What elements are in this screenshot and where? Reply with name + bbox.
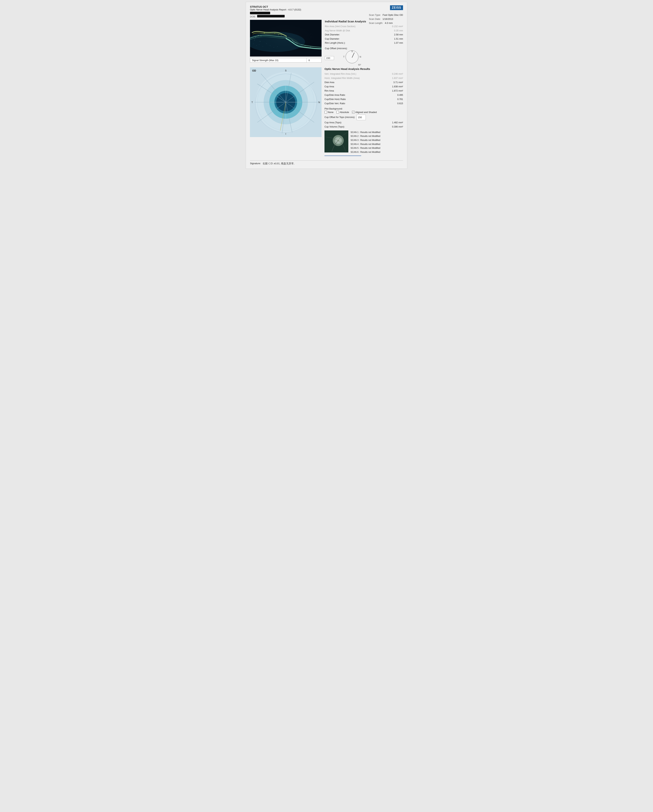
analysis-label: Avg Nerve Width @ Disk (325, 29, 350, 33)
cup-offset-topo-row: Cup Offset for Topo (microns): 150 (324, 114, 403, 120)
compass-angle: 60° (343, 64, 361, 66)
result-row: Disk Area 3.71 mm² (324, 80, 403, 85)
scan-length-label: Scan Length: (369, 21, 383, 25)
absolute-label: Absolute (340, 111, 349, 114)
fundus-image (324, 130, 348, 153)
compass-needle (352, 52, 355, 58)
result-value: 3.71 mm² (393, 80, 403, 85)
result-row: Cup Area 1.838 mm² (324, 85, 403, 89)
result-row: Cup/Disk Horiz Ratio 0.781 (324, 97, 403, 101)
signature-label: Signature: (250, 162, 261, 165)
analysis-value: 2.58 mm (394, 33, 403, 37)
result-row: Vert. Integrated Rim Area (Vol.) 0.246 m… (324, 72, 403, 76)
scan-result-item: SCAN 3 : Results not Modified (350, 138, 380, 142)
result-label: Cup/Disk Horiz Ratio (324, 97, 346, 101)
svg-point-20 (270, 45, 270, 46)
result-label: Rim Area (324, 89, 334, 93)
svg-point-16 (256, 45, 257, 46)
analysis-label: Rim Area (Vert.Cross Section) (325, 24, 355, 29)
result-value: 1.838 mm² (392, 85, 403, 89)
individual-analysis-row: Disk Diameter: 2.58 mm (325, 33, 403, 37)
result-value: 1.872 mm² (392, 89, 403, 93)
fundus-scan-section: SCAN 1 : Results not ModifiedSCAN 2 : Re… (324, 130, 403, 154)
scan-results-list: SCAN 1 : Results not ModifiedSCAN 2 : Re… (350, 130, 380, 154)
individual-analysis-panel: Individual Radial Scan Analysis Rim Area… (325, 20, 403, 66)
none-checkbox[interactable] (324, 111, 327, 113)
individual-analysis-rows: Rim Area (Vert.Cross Section) 0.152 mm² … (325, 24, 403, 45)
svg-point-19 (266, 43, 267, 44)
cup-volume-topo-value: 0.306 mm³ (392, 125, 403, 129)
compass-circle: S (346, 50, 358, 63)
result-label: Cup/Disk Area Ratio (324, 93, 345, 97)
od-i-label: I (285, 133, 286, 135)
result-value: 0.781 (398, 97, 403, 101)
header: STRATUS OCT Optic Nerve Head Analysis Re… (250, 5, 403, 11)
plot-bg-label: Plot Background: (324, 107, 403, 110)
svg-point-15 (254, 43, 254, 44)
signature-text: 右眼 C/D ∧0.81, 视盘无异常. (263, 162, 294, 165)
compass: T S N 60° (343, 50, 361, 66)
scan-result-item: SCAN 4 : Results not Modified (350, 142, 380, 147)
analysis-value: 1.07 mm (394, 41, 403, 45)
oct-image-container: Signal Strength (Max 10) 6 (250, 20, 321, 66)
od-label: OD (252, 69, 256, 72)
header-left: STRATUS OCT Optic Nerve Head Analysis Re… (250, 5, 301, 11)
fundus-svg (324, 130, 348, 153)
cup-offset-topo-input[interactable]: 150 (356, 114, 366, 120)
individual-analysis-row: Cup Diameter: 1.51 mm (325, 37, 403, 41)
oct-section: Signal Strength (Max 10) 6 Individual Ra… (250, 20, 403, 66)
cup-offset-input[interactable]: 150 (325, 56, 334, 60)
oct-scan-image (250, 20, 321, 56)
scan-result-item: SCAN 2 : Results not Modified (350, 134, 380, 138)
result-label: Cup/Disk Vert. Ratio (324, 101, 345, 106)
analysis-label: Disk Diameter: (325, 33, 340, 37)
svg-point-22 (277, 46, 278, 47)
scan-date-value: 1/16/2013 (382, 17, 393, 21)
plot-bg-aligned-shaded[interactable]: ✓ Aligned and Shaded (352, 111, 377, 114)
scan-length-value: 4.0 mm (385, 21, 393, 25)
scan-length-row: Scan Length: 4.0 mm (369, 21, 403, 25)
aligned-shaded-label: Aligned and Shaded (355, 111, 377, 114)
scan-type-value: Fast Optic Disc OD (383, 13, 403, 17)
cup-offset-topo-label: Cup Offset for Topo (microns): (324, 115, 355, 119)
cup-area-topo-value: 1.482 mm² (392, 121, 403, 125)
right-results-panel: Optic Nerve Head Analysis Results Vert. … (324, 67, 403, 157)
results-title: Optic Nerve Head Analysis Results (324, 67, 403, 70)
scan-type-row: Scan Type: Fast Optic Disc OD (369, 13, 403, 17)
svg-point-17 (259, 44, 259, 45)
result-row: Cup/Disk Vert. Ratio 0.615 (324, 101, 403, 106)
scan-date-row: Scan Date: 1/16/2013 (369, 17, 403, 21)
cup-offset-label: Cup Offset (microns): (325, 47, 347, 50)
svg-rect-14 (250, 20, 321, 56)
result-label: Horiz. Integrated Rim Width (Area) (324, 76, 360, 80)
separator-line (324, 156, 361, 156)
result-label: Disk Area (324, 80, 334, 85)
od-n-label: N (318, 101, 320, 104)
plot-bg-absolute[interactable]: Absolute (336, 111, 349, 114)
individual-analysis-row: Rim Length (Horiz.): 1.07 mm (325, 41, 403, 45)
topo-section: Cup Offset for Topo (microns): 150 Cup A… (324, 114, 403, 129)
od-t-label: T (251, 101, 253, 104)
signal-strength-value: 6 (307, 58, 321, 63)
scan-result-item: SCAN 5 : Results not Modified (350, 146, 380, 150)
plot-bg-none[interactable]: None (324, 111, 333, 114)
report-page: STRATUS OCT Optic Nerve Head Analysis Re… (246, 2, 407, 169)
svg-point-21 (274, 47, 274, 47)
result-row: Rim Area 1.872 mm² (324, 89, 403, 93)
zeiss-logo: ZEISS (390, 5, 403, 10)
svg-point-18 (263, 46, 263, 47)
od-s-label: S (285, 69, 287, 72)
none-label: None (328, 111, 333, 114)
absolute-checkbox[interactable] (336, 111, 339, 113)
svg-rect-51 (324, 130, 348, 153)
od-map-svg (250, 67, 321, 137)
patient-name-redacted (250, 12, 270, 14)
aligned-shaded-checkbox[interactable]: ✓ (352, 111, 355, 113)
signature-section: Signature: 右眼 C/D ∧0.81, 视盘无异常. (250, 160, 403, 165)
results-rows: Vert. Integrated Rim Area (Vol.) 0.246 m… (324, 72, 403, 106)
cup-area-topo-row: Cup Area (Topo): 1.482 mm² (324, 121, 403, 125)
signal-strength-bar: Signal Strength (Max 10) 6 (250, 58, 321, 63)
result-value: 0.615 (398, 101, 403, 106)
bottom-section: OD S T N I (250, 67, 403, 157)
plot-bg-options: None Absolute ✓ Aligned and Shaded (324, 111, 403, 114)
